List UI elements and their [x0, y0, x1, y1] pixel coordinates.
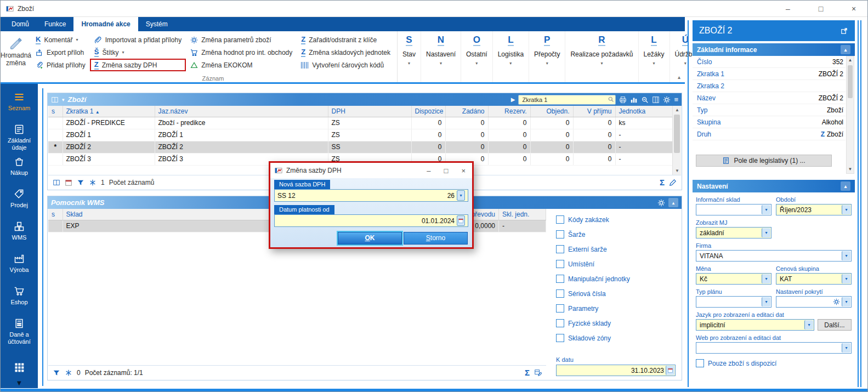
bulk-change-button[interactable]: Hromadná změna [1, 31, 31, 82]
column-header-dph[interactable]: DPH [328, 106, 411, 117]
chevron-down-icon[interactable]: ▾ [842, 205, 850, 214]
menu-icon[interactable]: ≡ [674, 95, 678, 104]
sum-icon[interactable]: Σ [525, 368, 530, 377]
scrollbar-thumb[interactable] [848, 65, 853, 98]
cenova-skupina-select[interactable]: KAT ▾ [776, 273, 852, 285]
mena-select[interactable]: Kč ▾ [696, 273, 771, 285]
chevron-down-icon[interactable]: ▾ [804, 320, 813, 329]
ok-button[interactable]: OK [338, 232, 402, 245]
gear-icon[interactable] [833, 298, 840, 305]
checkbox-pouze-zbozi-s-dispozici[interactable]: Pouze zboží s dispozicí [696, 359, 852, 367]
column-header-s[interactable]: s [48, 209, 63, 220]
change-ekokom-button[interactable]: Změna EKOKOM [186, 59, 297, 71]
filter-icon[interactable] [53, 369, 60, 377]
checkbox-parametry[interactable]: Parametry [556, 304, 676, 313]
scroll-down-icon[interactable]: ▼ [673, 167, 682, 175]
chevron-down-icon[interactable]: ▾ [457, 190, 465, 201]
asterisk-icon[interactable] [89, 179, 97, 186]
column-header-vprijmu[interactable]: V příjmu [573, 106, 615, 117]
table-row-selected[interactable]: * ZBOŽÍ 2 ZBOŽÍ 2 SS 0 0 0 0 0 - [48, 141, 672, 153]
column-header-jednotka[interactable]: Jednotka [615, 106, 672, 117]
column-header-s[interactable]: s [48, 106, 63, 117]
sidebar-item-wms[interactable]: WMS [1, 218, 38, 250]
jazyk-select[interactable]: implicitní ▾ [696, 319, 814, 331]
column-header-objedn[interactable]: Objedn. [530, 106, 573, 117]
chevron-down-icon[interactable]: ▾ [842, 274, 850, 283]
section-basic-info[interactable]: Základní informace ▴ [693, 43, 855, 56]
panes-icon[interactable] [53, 179, 60, 186]
sidebar-apps-grid-icon[interactable] [1, 362, 38, 373]
sidebar-item-seznam[interactable]: Seznam [1, 88, 38, 121]
obdobi-select[interactable]: Říjen/2023 ▾ [776, 204, 852, 215]
splitter-right-2[interactable] [860, 20, 861, 387]
table-row[interactable]: ZBOŽÍ - PREDIKCE Zboží - predikce ZS 0 0… [48, 117, 672, 129]
menu-prepocty[interactable]: P Přepočty ▾ [529, 31, 565, 82]
columns-icon[interactable] [652, 96, 660, 104]
sum-icon[interactable]: Σ [660, 178, 665, 187]
column-header-skljedn[interactable]: Skl. jedn. [499, 209, 546, 220]
column-header-zadano[interactable]: Zadáno [445, 106, 488, 117]
dialog-close-button[interactable]: × [461, 167, 466, 175]
dialog-minimize-button[interactable]: – [427, 167, 430, 175]
dialog-titlebar[interactable]: Změna sazby DPH – □ × [270, 163, 472, 178]
chevron-down-icon[interactable]: ▾ [842, 251, 850, 260]
tab-system[interactable]: Systém [138, 17, 175, 31]
chevron-down-icon[interactable]: ▾ [842, 343, 850, 353]
column-chooser-icon[interactable] [51, 96, 59, 104]
new-vat-rate-input[interactable]: SS 12 26 ▾ [274, 189, 468, 202]
scroll-up-icon[interactable]: ▲ [847, 56, 854, 64]
column-header-sklad[interactable]: Sklad [63, 209, 271, 220]
splitter-detail[interactable] [688, 20, 689, 387]
vertical-scrollbar[interactable]: ▲ ▼ [672, 106, 681, 175]
web-select[interactable]: ▾ [696, 342, 852, 354]
minimize-button[interactable]: – [782, 4, 794, 13]
splitter-right-1[interactable] [858, 20, 859, 387]
column-header-rezerv[interactable]: Rezerv. [488, 106, 530, 117]
change-vat-rate-button[interactable]: Z Změna sazby DPH [90, 59, 186, 71]
filter-icon[interactable] [77, 179, 84, 186]
tab-hromadne-akce[interactable]: Hromadné akce [73, 17, 138, 31]
sidebar-item-dane-a-uctovani[interactable]: Daně a účtování [1, 315, 38, 347]
play-icon[interactable]: ▶ [511, 96, 515, 103]
change-goods-parameters-button[interactable]: Změna parametrů zboží [186, 33, 297, 46]
collapse-panel-icon[interactable]: ▴ [668, 198, 678, 207]
menu-realizace-pozadavku[interactable]: R Realizace požadavků ▾ [565, 31, 638, 82]
checkbox-umisteni[interactable]: Umístění [556, 260, 676, 268]
sidebar-item-vyroba[interactable]: Výroba [1, 250, 38, 282]
informacni-sklad-select[interactable]: ▾ [696, 204, 771, 215]
dialog-maximize-button[interactable]: □ [444, 167, 449, 175]
chevron-down-icon[interactable]: ▾ [842, 297, 850, 306]
popout-icon[interactable] [840, 27, 848, 35]
comment-button[interactable]: K Komentář ▾ [31, 33, 90, 46]
labels-button[interactable]: Š Štítky ▾ [90, 46, 186, 59]
scrollbar-thumb[interactable] [674, 115, 680, 153]
asterisk-icon[interactable] [65, 369, 72, 377]
ribbon-collapse-icon[interactable]: ▴ [678, 74, 680, 80]
change-intl-trade-values-button[interactable]: Změna hodnot pro int. obchody [186, 46, 297, 59]
sidebar-collapse-icon[interactable]: ▼ [1, 379, 38, 387]
detail-row-zkratka2[interactable]: Zkratka 2 [693, 80, 846, 92]
detail-row-zkratka1[interactable]: Zkratka 1 ZBOŽÍ 2 [693, 68, 846, 80]
menu-logistika[interactable]: L Logistika ▾ [493, 31, 529, 82]
menu-ostatni[interactable]: O Ostatní ▾ [461, 31, 493, 82]
add-attachments-button[interactable]: Přidat přílohy [31, 59, 90, 71]
checkbox-seriova-cisla[interactable]: Sériová čísla [556, 289, 676, 298]
column-header-zkratka1[interactable]: Zkratka 1 ▲ [63, 106, 155, 117]
detail-row-typ[interactable]: Typ Zboží [693, 104, 846, 116]
edit-pencil-icon[interactable] [669, 179, 677, 186]
detail-row-skupina[interactable]: Skupina Alkohol [693, 116, 846, 128]
assign-remove-key-button[interactable]: Z Zařadit/odstranit z klíče [297, 33, 395, 46]
column-header-dispozice[interactable]: Dispozice [411, 106, 445, 117]
cancel-button[interactable]: Storno [404, 232, 468, 245]
menu-stav[interactable]: S Stav ▾ [398, 31, 421, 82]
zoom-icon[interactable] [641, 96, 649, 104]
checkbox-manipulacni-jednotky[interactable]: Manipulační jednotky [556, 275, 676, 283]
chart-icon[interactable] [630, 96, 638, 104]
scroll-down-icon[interactable]: ▼ [847, 166, 854, 173]
chevron-down-icon[interactable]: ▾ [762, 205, 770, 214]
tab-domu[interactable]: Domů [4, 17, 37, 31]
chevron-down-icon[interactable]: ▾ [762, 228, 770, 237]
tab-funkce[interactable]: Funkce [37, 17, 73, 31]
section-nastaveni[interactable]: Nastavení ▴ [693, 180, 855, 192]
menu-nastaveni[interactable]: N Nastavení ▾ [421, 31, 461, 82]
